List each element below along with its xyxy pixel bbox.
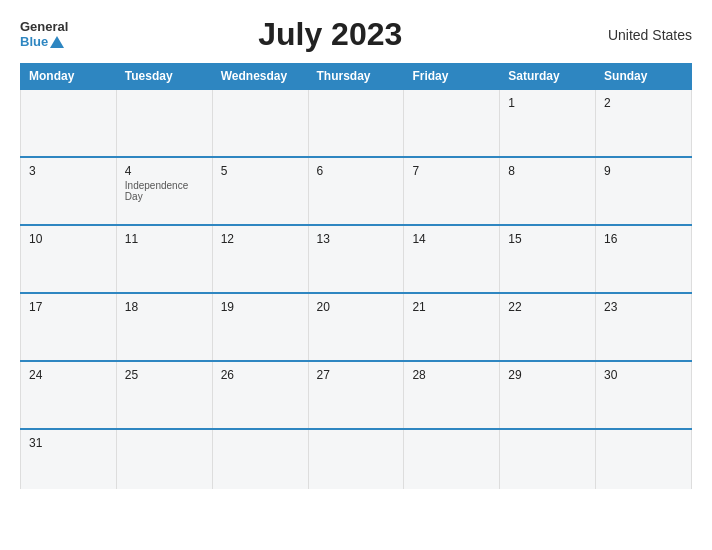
weekday-header-row: Monday Tuesday Wednesday Thursday Friday… xyxy=(21,64,692,90)
calendar-cell: 4Independence Day xyxy=(116,157,212,225)
calendar-table: Monday Tuesday Wednesday Thursday Friday… xyxy=(20,63,692,489)
day-number: 28 xyxy=(412,368,491,382)
logo-general-text: General xyxy=(20,20,68,34)
calendar-cell: 19 xyxy=(212,293,308,361)
header-tuesday: Tuesday xyxy=(116,64,212,90)
calendar-cell: 12 xyxy=(212,225,308,293)
calendar-cell: 23 xyxy=(596,293,692,361)
day-number: 26 xyxy=(221,368,300,382)
logo-blue-row: Blue xyxy=(20,35,64,49)
day-number: 8 xyxy=(508,164,587,178)
calendar-cell: 31 xyxy=(21,429,117,489)
day-number: 27 xyxy=(317,368,396,382)
day-number: 22 xyxy=(508,300,587,314)
holiday-label: Independence Day xyxy=(125,180,204,202)
day-number: 5 xyxy=(221,164,300,178)
calendar-cell xyxy=(116,89,212,157)
day-number: 29 xyxy=(508,368,587,382)
header-sunday: Sunday xyxy=(596,64,692,90)
calendar-cell xyxy=(21,89,117,157)
calendar-week-row: 17181920212223 xyxy=(21,293,692,361)
logo: General Blue xyxy=(20,20,68,49)
calendar-week-row: 10111213141516 xyxy=(21,225,692,293)
logo-blue-text: Blue xyxy=(20,35,48,49)
day-number: 21 xyxy=(412,300,491,314)
calendar-cell: 29 xyxy=(500,361,596,429)
day-number: 16 xyxy=(604,232,683,246)
calendar-cell xyxy=(116,429,212,489)
calendar-cell: 15 xyxy=(500,225,596,293)
day-number: 7 xyxy=(412,164,491,178)
calendar-week-row: 34Independence Day56789 xyxy=(21,157,692,225)
calendar-cell: 14 xyxy=(404,225,500,293)
day-number: 12 xyxy=(221,232,300,246)
calendar-week-row: 31 xyxy=(21,429,692,489)
calendar-cell: 1 xyxy=(500,89,596,157)
calendar-cell xyxy=(500,429,596,489)
calendar-cell: 27 xyxy=(308,361,404,429)
day-number: 24 xyxy=(29,368,108,382)
header-thursday: Thursday xyxy=(308,64,404,90)
calendar-cell: 13 xyxy=(308,225,404,293)
calendar-body: 1234Independence Day56789101112131415161… xyxy=(21,89,692,489)
day-number: 31 xyxy=(29,436,108,450)
calendar-cell: 24 xyxy=(21,361,117,429)
page-header: General Blue July 2023 United States xyxy=(20,16,692,53)
header-wednesday: Wednesday xyxy=(212,64,308,90)
country-label: United States xyxy=(592,27,692,43)
calendar-cell xyxy=(212,89,308,157)
day-number: 13 xyxy=(317,232,396,246)
calendar-cell: 5 xyxy=(212,157,308,225)
header-saturday: Saturday xyxy=(500,64,596,90)
header-friday: Friday xyxy=(404,64,500,90)
day-number: 23 xyxy=(604,300,683,314)
calendar-cell: 18 xyxy=(116,293,212,361)
month-title: July 2023 xyxy=(68,16,592,53)
day-number: 1 xyxy=(508,96,587,110)
calendar-cell: 28 xyxy=(404,361,500,429)
day-number: 2 xyxy=(604,96,683,110)
calendar-cell: 21 xyxy=(404,293,500,361)
day-number: 11 xyxy=(125,232,204,246)
calendar-cell: 26 xyxy=(212,361,308,429)
calendar-cell xyxy=(596,429,692,489)
day-number: 14 xyxy=(412,232,491,246)
day-number: 9 xyxy=(604,164,683,178)
day-number: 18 xyxy=(125,300,204,314)
day-number: 19 xyxy=(221,300,300,314)
calendar-cell: 25 xyxy=(116,361,212,429)
calendar-cell: 17 xyxy=(21,293,117,361)
day-number: 25 xyxy=(125,368,204,382)
calendar-cell: 10 xyxy=(21,225,117,293)
day-number: 6 xyxy=(317,164,396,178)
calendar-cell: 9 xyxy=(596,157,692,225)
day-number: 30 xyxy=(604,368,683,382)
day-number: 17 xyxy=(29,300,108,314)
calendar-cell: 20 xyxy=(308,293,404,361)
calendar-cell: 8 xyxy=(500,157,596,225)
calendar-cell: 7 xyxy=(404,157,500,225)
calendar-cell xyxy=(212,429,308,489)
calendar-cell: 6 xyxy=(308,157,404,225)
day-number: 4 xyxy=(125,164,204,178)
calendar-week-row: 24252627282930 xyxy=(21,361,692,429)
calendar-cell xyxy=(404,429,500,489)
day-number: 20 xyxy=(317,300,396,314)
calendar-week-row: 12 xyxy=(21,89,692,157)
calendar-cell: 16 xyxy=(596,225,692,293)
calendar-cell: 22 xyxy=(500,293,596,361)
logo-triangle-icon xyxy=(50,36,64,48)
day-number: 15 xyxy=(508,232,587,246)
calendar-header: Monday Tuesday Wednesday Thursday Friday… xyxy=(21,64,692,90)
day-number: 10 xyxy=(29,232,108,246)
calendar-cell: 2 xyxy=(596,89,692,157)
header-monday: Monday xyxy=(21,64,117,90)
calendar-page: General Blue July 2023 United States Mon… xyxy=(0,0,712,550)
calendar-cell: 3 xyxy=(21,157,117,225)
calendar-cell: 11 xyxy=(116,225,212,293)
calendar-cell xyxy=(404,89,500,157)
day-number: 3 xyxy=(29,164,108,178)
calendar-cell xyxy=(308,429,404,489)
calendar-cell xyxy=(308,89,404,157)
calendar-cell: 30 xyxy=(596,361,692,429)
